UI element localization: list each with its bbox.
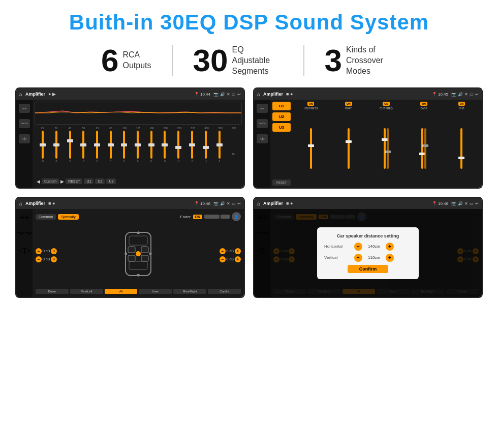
db-minus-br[interactable]: −	[220, 256, 226, 262]
car-diagram-svg	[118, 230, 159, 278]
eq-slider-9[interactable]: 0	[150, 131, 152, 163]
fader-app-title: Amplifier	[25, 201, 45, 206]
crossover-sidebar-btn-1[interactable]: ≡≡	[257, 104, 268, 113]
db-minus-tl[interactable]: −	[36, 248, 42, 254]
crossover-header-icons: 📷 🔊 ✕ ▭ ↩	[451, 92, 479, 97]
crossover-back-icon[interactable]: ↩	[475, 92, 479, 97]
eq-slider-3[interactable]: 5	[69, 131, 71, 163]
crossover-u2-btn[interactable]: U2	[272, 112, 291, 121]
horizontal-minus-btn[interactable]: −	[354, 243, 362, 251]
db-plus-tr[interactable]: +	[235, 248, 241, 254]
freq-320: 320	[186, 127, 200, 130]
freq-25: 25	[36, 127, 49, 130]
eq-slider-10[interactable]: 0	[164, 131, 166, 163]
fader-common-tab[interactable]: Common	[36, 214, 56, 220]
distance-screen: ⌂ Amplifier ■ ● 📍 10:46 📷 🔊 ✕ ▭ ↩	[254, 198, 482, 297]
expand-icon[interactable]: »	[232, 152, 235, 157]
eq-screen-body: ≡≡ 〜〜 ◁▷	[16, 100, 244, 188]
eq-slider-1[interactable]: 0	[42, 131, 44, 163]
loudness-slider[interactable]	[310, 111, 312, 186]
u2-btn[interactable]: U2	[95, 178, 105, 184]
all-btn[interactable]: All	[105, 289, 138, 294]
fader-on-toggle[interactable]: ON	[193, 215, 203, 219]
distance-header-icons: 📷 🔊 ✕ ▭ ↩	[451, 201, 479, 206]
home-icon[interactable]: ⌂	[19, 92, 22, 97]
u3-btn[interactable]: U3	[106, 178, 116, 184]
crossover-reset-btn[interactable]: RESET	[272, 180, 291, 186]
eq-slider-11[interactable]: -1	[177, 131, 179, 163]
sub-on-badge[interactable]: ON	[458, 102, 465, 106]
eq-sidebar-btn-1[interactable]: ≡≡	[19, 104, 30, 113]
crossover-sidebar-btn-2[interactable]: 〜〜	[257, 119, 268, 128]
crossover-status: ■ ●	[286, 92, 293, 97]
crossover-screen-header: ⌂ Amplifier ■ ● 📍 10:45 📷 🔊 ✕ ▭ ↩	[254, 88, 482, 100]
db-minus-tr[interactable]: −	[220, 248, 226, 254]
bottom-btn-row: Driver RearLeft All User RearRight Copil…	[36, 289, 241, 294]
back-icon[interactable]: ↩	[237, 92, 241, 97]
db-minus-bl[interactable]: −	[36, 256, 42, 262]
phat-on-badge[interactable]: ON	[345, 102, 352, 106]
play-next-btn[interactable]: ▶	[60, 179, 64, 184]
fader-sidebar-btn-2[interactable]: 〜〜	[16, 228, 33, 239]
loudness-on-badge[interactable]: ON	[307, 102, 315, 106]
crossover-close-icon[interactable]: ✕	[464, 92, 468, 97]
driver-btn[interactable]: Driver	[36, 289, 69, 294]
cutfreq-on-badge[interactable]: ON	[383, 102, 390, 106]
distance-back-icon[interactable]: ↩	[475, 201, 479, 206]
fader-window-icon[interactable]: ▭	[232, 201, 236, 206]
bass-slider[interactable]	[421, 111, 426, 186]
fader-sidebar-btn-1[interactable]: ≡≡	[20, 213, 29, 222]
loudness-label: LOUDNESS	[304, 107, 318, 110]
fader-specialty-tab[interactable]: Specialty	[58, 214, 78, 220]
bass-on-badge[interactable]: ON	[420, 102, 427, 106]
crossover-sidebar-btn-3[interactable]: ◁▷	[257, 134, 268, 143]
stat-number-crossover: 3	[325, 45, 342, 76]
eq-slider-8[interactable]: 0	[137, 131, 139, 163]
phat-label: PHAT	[345, 107, 352, 110]
fader-close-icon[interactable]: ✕	[227, 201, 230, 206]
distance-window-icon[interactable]: ▭	[470, 201, 474, 206]
eq-sidebar-btn-3[interactable]: ◁▷	[19, 134, 30, 143]
u1-btn[interactable]: U1	[84, 178, 94, 184]
vertical-plus-btn[interactable]: +	[386, 254, 394, 262]
window-icon[interactable]: ▭	[232, 92, 236, 97]
copilot-btn[interactable]: Copilot	[208, 289, 241, 294]
eq-slider-2[interactable]: 0	[55, 131, 57, 163]
sub-slider[interactable]	[460, 111, 462, 186]
eq-slider-13[interactable]: -1	[205, 131, 207, 163]
play-prev-btn[interactable]: ◀	[37, 179, 40, 184]
eq-sidebar-btn-2[interactable]: 〜〜	[19, 119, 30, 128]
crossover-u3-btn[interactable]: U3	[272, 123, 291, 132]
cutfreq-slider[interactable]	[384, 111, 389, 186]
db-plus-tl[interactable]: +	[51, 248, 57, 254]
eq-status-dot: ● ▶	[48, 92, 56, 97]
vertical-minus-btn[interactable]: −	[354, 254, 362, 262]
fader-sidebar-btn-3[interactable]: ◁▷	[18, 245, 30, 255]
horizontal-plus-btn[interactable]: +	[386, 243, 394, 251]
distance-close-icon[interactable]: ✕	[464, 201, 468, 206]
eq-slider-6[interactable]: 0	[110, 131, 112, 163]
db-plus-bl[interactable]: +	[51, 256, 57, 262]
eq-slider-5[interactable]: 0	[96, 131, 98, 163]
custom-preset-btn[interactable]: Custom	[42, 178, 59, 184]
fader-back-icon[interactable]: ↩	[237, 201, 241, 206]
user-btn[interactable]: User	[139, 289, 172, 294]
eq-slider-12[interactable]: 0	[191, 131, 193, 163]
fader-home-icon[interactable]: ⌂	[19, 201, 22, 206]
dialog-title: Car speaker distance setting	[324, 233, 412, 238]
distance-home-icon[interactable]: ⌂	[257, 201, 260, 206]
db-plus-br[interactable]: +	[235, 256, 241, 262]
rear-right-btn[interactable]: RearRight	[173, 289, 206, 294]
crossover-u1-btn[interactable]: U1	[272, 102, 291, 110]
crossover-window-icon[interactable]: ▭	[470, 92, 474, 97]
eq-slider-14[interactable]: 0	[219, 131, 221, 163]
reset-btn[interactable]: RESET	[66, 178, 82, 184]
svg-rect-5	[129, 261, 147, 270]
phat-slider[interactable]	[348, 111, 350, 186]
eq-slider-4[interactable]: 0	[82, 131, 84, 163]
crossover-home-icon[interactable]: ⌂	[257, 92, 260, 97]
confirm-button[interactable]: Confirm	[348, 265, 388, 273]
eq-slider-7[interactable]: 0	[123, 131, 125, 163]
rear-left-btn[interactable]: RearLeft	[70, 289, 103, 294]
close-icon[interactable]: ✕	[227, 92, 230, 97]
